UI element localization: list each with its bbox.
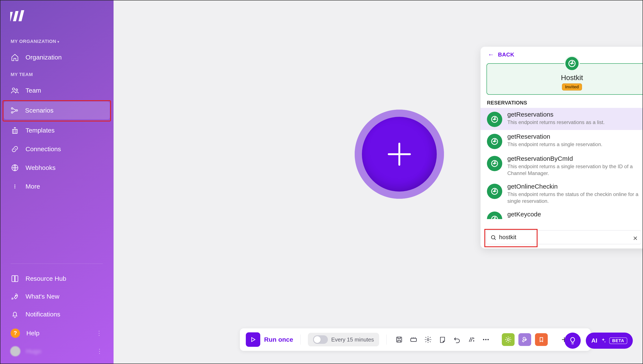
beta-badge: BETA	[609, 338, 627, 344]
action-title: getKeycode	[507, 211, 541, 218]
toolbar-divider	[300, 334, 301, 345]
sidebar-item-resource-hub[interactable]: Resource Hub	[4, 270, 109, 287]
svg-point-12	[15, 295, 16, 296]
team-section-label: MY TEAM	[11, 72, 109, 77]
svg-point-7	[16, 110, 18, 111]
more-tools-button[interactable]	[481, 334, 491, 345]
sidebar-divider	[11, 264, 103, 264]
back-arrow-icon: ←	[488, 51, 494, 58]
sidebar: MY ORGANIZATION▾ Organization MY TEAM Te…	[0, 0, 114, 364]
tools-button[interactable]	[518, 333, 531, 346]
category-label: RESERVATIONS	[481, 100, 643, 108]
make-logo	[10, 10, 26, 22]
sidebar-item-whats-new[interactable]: What's New	[4, 288, 109, 305]
svg-point-26	[507, 338, 509, 341]
schedule-text: Every 15 minutes	[331, 336, 374, 343]
book-icon	[11, 274, 19, 283]
plus-icon	[383, 138, 415, 170]
svg-point-6	[11, 112, 13, 114]
globe-icon	[11, 164, 19, 172]
popover-back[interactable]: ← BACK	[481, 47, 643, 61]
module-search-input[interactable]	[486, 230, 641, 244]
save-button[interactable]	[394, 334, 404, 345]
sidebar-item-templates[interactable]: Templates	[4, 122, 109, 139]
add-module-node[interactable]	[355, 110, 444, 199]
sidebar-item-label: Help	[26, 330, 40, 337]
sparkle-icon	[600, 338, 606, 344]
auto-align-button[interactable]	[466, 334, 477, 345]
help-icon: ?	[11, 328, 20, 338]
sidebar-item-organization[interactable]: Organization	[4, 48, 109, 66]
hints-button[interactable]	[565, 332, 581, 349]
action-desc: This endpoint returns a single reservati…	[507, 163, 643, 177]
ai-button[interactable]: AI BETA	[586, 332, 633, 349]
action-item[interactable]: getKeycode	[481, 208, 643, 227]
action-title: getReservation	[507, 133, 602, 140]
sidebar-item-help[interactable]: ? Help ⋮	[4, 324, 109, 342]
canvas[interactable]: ← BACK Hostkit Invited RESERVATIONS getR…	[114, 0, 643, 364]
note-icon-button[interactable]	[437, 334, 448, 345]
sidebar-user[interactable]: Hugo ⋮	[4, 344, 109, 359]
sidebar-item-scenarios[interactable]: Scenarios	[4, 102, 110, 119]
svg-point-5	[11, 108, 13, 109]
favorites-button[interactable]	[535, 333, 548, 346]
bottom-toolbar: Run once Every 15 minutes	[240, 328, 591, 351]
user-name: Hugo	[26, 348, 41, 355]
svg-point-22	[427, 339, 429, 341]
user-kebab[interactable]: ⋮	[95, 346, 103, 356]
schedule-toggle[interactable]	[313, 335, 328, 344]
clear-search-icon[interactable]: ✕	[633, 235, 638, 242]
sidebar-item-label: Team	[26, 87, 41, 94]
team-icon	[11, 86, 19, 95]
caret-down-icon: ▾	[57, 40, 59, 44]
templates-icon	[11, 126, 19, 135]
help-kebab[interactable]: ⋮	[94, 328, 103, 338]
hostkit-action-icon	[487, 212, 502, 227]
sidebar-item-label: What's New	[26, 293, 59, 300]
flow-control-button[interactable]	[502, 333, 515, 346]
svg-rect-1	[13, 11, 19, 21]
action-title: getReservationByCmId	[507, 155, 643, 162]
hostkit-action-icon	[487, 134, 502, 149]
svg-rect-0	[10, 12, 13, 21]
search-icon	[490, 234, 497, 241]
schedule-pill[interactable]: Every 15 minutes	[308, 333, 379, 346]
svg-point-10	[15, 186, 15, 187]
svg-point-23	[483, 339, 484, 340]
undo-button[interactable]	[452, 334, 462, 345]
svg-point-25	[487, 339, 489, 340]
run-once-button[interactable]	[246, 332, 260, 347]
sidebar-item-label: Organization	[26, 54, 62, 61]
app-card[interactable]: Hostkit Invited	[487, 63, 643, 95]
notes-button[interactable]	[408, 334, 419, 345]
svg-point-4	[16, 89, 18, 91]
svg-rect-20	[396, 337, 402, 342]
action-item[interactable]: getReservations This endpoint returns re…	[481, 108, 643, 130]
sidebar-item-label: Webhooks	[26, 164, 56, 172]
hostkit-action-icon	[487, 156, 502, 171]
settings-button[interactable]	[423, 334, 433, 345]
svg-rect-21	[410, 338, 416, 342]
action-item[interactable]: getReservation This endpoint returns a s…	[481, 130, 643, 152]
sidebar-item-notifications[interactable]: Notifications	[4, 306, 109, 323]
svg-point-9	[15, 184, 15, 186]
action-item[interactable]: getReservationByCmId This endpoint retur…	[481, 152, 643, 180]
hostkit-action-icon	[487, 184, 502, 199]
avatar	[10, 346, 21, 356]
svg-point-24	[485, 339, 487, 340]
sidebar-item-label: Connections	[26, 146, 61, 153]
org-section-label[interactable]: MY ORGANIZATION▾	[11, 39, 109, 44]
action-title: getReservations	[507, 111, 605, 118]
more-icon	[11, 182, 19, 191]
scenarios-icon	[10, 106, 19, 115]
back-label: BACK	[498, 52, 514, 58]
home-icon	[11, 53, 19, 62]
action-item[interactable]: getOnlineCheckin This endpoint returns t…	[481, 180, 643, 208]
sidebar-item-label: Scenarios	[25, 107, 53, 114]
action-desc: This endpoint returns reservations as a …	[507, 119, 605, 126]
connections-icon	[11, 145, 19, 153]
sidebar-item-connections[interactable]: Connections	[4, 140, 109, 158]
sidebar-item-team[interactable]: Team	[4, 82, 109, 100]
sidebar-item-more[interactable]: More	[4, 178, 109, 196]
sidebar-item-webhooks[interactable]: Webhooks	[4, 159, 109, 177]
